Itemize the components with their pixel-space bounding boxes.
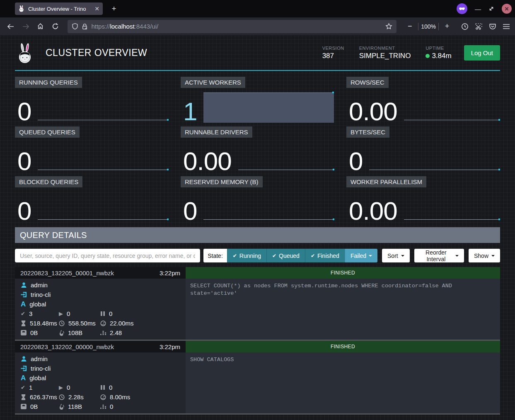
sparkline-chart xyxy=(38,120,168,120)
stat-tile-worker-parallelism: WORKER PARALLELISM 0.00 xyxy=(346,176,500,223)
window-close-button[interactable]: ✕ xyxy=(502,4,512,14)
queued-splits-pause-icon xyxy=(100,385,105,390)
peak-memory: 118B xyxy=(68,403,82,410)
query-row: 20220823_132205_00001_nwbzk 3:22pm FINIS… xyxy=(15,267,500,341)
url-text[interactable]: https://localhost:8443/ui/ xyxy=(91,23,382,30)
query-resource-group: global xyxy=(29,374,46,381)
sparkline-chart xyxy=(38,219,168,220)
wall-time: 518.48ms xyxy=(30,320,57,327)
completed-splits: 1 xyxy=(29,384,32,391)
stat-tile-queued-queries: QUEUED QUERIES 0 xyxy=(15,126,169,173)
running-splits: 0 xyxy=(67,384,70,391)
window-restore-button[interactable] xyxy=(488,6,494,12)
user-icon xyxy=(21,356,27,362)
version-value: 387 xyxy=(322,52,344,60)
query-search-input[interactable] xyxy=(15,249,200,262)
uptime-label: UPTIME xyxy=(426,46,451,51)
query-status-badge: FINISHED xyxy=(186,341,500,352)
zoom-in-button[interactable]: + xyxy=(441,21,453,32)
sparkline-area-chart xyxy=(203,92,334,123)
state-filter-finished-button[interactable]: ✔Finished xyxy=(305,249,345,262)
execution-time: 22.00ms xyxy=(110,320,134,327)
query-status-badge: FINISHED xyxy=(186,267,500,279)
sparkline-chart xyxy=(203,219,334,220)
resource-group-icon: A xyxy=(21,301,26,307)
logout-button[interactable]: Log Out xyxy=(464,45,500,61)
query-time: 3:22pm xyxy=(160,269,180,277)
stat-tile-runnable-drivers: RUNNABLE DRIVERS 0.00 xyxy=(181,126,334,173)
browser-tab[interactable]: Cluster Overview - Trino ✕ xyxy=(15,2,103,15)
tab-close-icon[interactable]: ✕ xyxy=(94,6,99,12)
uptime-value: 3.84m xyxy=(432,52,451,60)
execution-time: 8.00ms xyxy=(110,393,130,401)
stat-tile-reserved-memory: RESERVED MEMORY (B) 0 xyxy=(181,176,334,223)
sort-dropdown[interactable]: Sort xyxy=(382,249,410,262)
sparkline-chart xyxy=(238,170,334,170)
tab-title: Cluster Overview - Trino xyxy=(28,6,91,12)
check-icon: ✔ xyxy=(311,253,315,259)
bookmark-star-icon[interactable] xyxy=(385,23,392,30)
stat-tile-active-workers: ACTIVE WORKERS 1 xyxy=(181,77,334,123)
show-dropdown[interactable]: Show xyxy=(469,249,500,262)
zoom-level[interactable]: 100% xyxy=(421,23,436,30)
trino-logo xyxy=(15,42,35,64)
query-id-link[interactable]: 20220823_132205_00001_nwbzk xyxy=(20,269,114,277)
chevron-down-icon xyxy=(401,255,404,257)
trino-favicon-icon xyxy=(18,5,25,12)
cumulative-memory: 2.48 xyxy=(110,329,122,336)
state-filter-running-button[interactable]: ✔Running xyxy=(227,249,266,262)
cluster-stats-grid: RUNNING QUERIES 0 ACTIVE WORKERS 1 ROWS/… xyxy=(15,77,500,223)
cpu-time: 2.28s xyxy=(68,393,84,401)
running-splits-play-icon: ▶ xyxy=(59,311,63,317)
query-id-link[interactable]: 20220823_132202_00000_nwbzk xyxy=(20,343,114,350)
state-filter-failed-dropdown[interactable]: Failed xyxy=(345,249,377,262)
execution-time-gauge-icon xyxy=(100,320,106,326)
user-icon xyxy=(21,282,27,288)
version-label: VERSION xyxy=(322,46,344,51)
cluster-overview-page: CLUSTER OVERVIEW VERSION 387 ENVIRONMENT… xyxy=(0,36,515,420)
uptime-status-dot xyxy=(426,54,430,58)
peak-memory-fire-icon xyxy=(59,330,64,336)
source-login-icon xyxy=(21,291,27,298)
history-clock-icon[interactable] xyxy=(461,23,469,30)
reload-button[interactable] xyxy=(50,21,61,32)
back-button[interactable] xyxy=(5,21,17,32)
stat-tile-blocked-queries: BLOCKED QUERIES 0 xyxy=(15,176,169,223)
new-tab-button[interactable]: + xyxy=(109,3,119,14)
source-login-icon xyxy=(21,365,27,371)
environment-label: ENVIRONMENT xyxy=(359,46,411,51)
sparkline-chart xyxy=(369,170,500,170)
current-memory: 0B xyxy=(30,403,38,410)
cumulative-memory-bars-icon xyxy=(100,404,106,409)
state-filter-queued-button[interactable]: ✔Queued xyxy=(266,249,305,262)
page-header: CLUSTER OVERVIEW VERSION 387 ENVIRONMENT… xyxy=(15,36,500,71)
query-source: trino-cli xyxy=(31,365,51,372)
stat-tile-bytes-sec: BYTES/SEC 0 xyxy=(346,126,500,173)
query-row: 20220823_132202_00000_nwbzk 3:22pm FINIS… xyxy=(15,341,500,415)
completed-splits-check-icon: ✔ xyxy=(21,311,25,317)
sparkline-chart xyxy=(404,120,500,120)
chevron-down-icon xyxy=(491,255,495,257)
divider xyxy=(418,23,418,30)
query-user: admin xyxy=(31,282,48,289)
sparkline-chart xyxy=(404,219,500,220)
zoom-out-button[interactable]: − xyxy=(404,21,416,32)
forward-button[interactable] xyxy=(20,21,31,32)
lock-warning-icon[interactable] xyxy=(82,23,88,30)
current-memory-scale-icon xyxy=(21,404,27,409)
menu-hamburger-icon[interactable] xyxy=(503,23,510,30)
wall-time-hourglass-icon xyxy=(21,394,26,400)
tracking-shield-icon[interactable] xyxy=(72,23,78,30)
url-bar[interactable]: https://localhost:8443/ui/ xyxy=(68,20,397,33)
pocket-icon[interactable] xyxy=(489,23,496,30)
home-button[interactable] xyxy=(35,21,46,32)
query-filter-toolbar: State: ✔Running ✔Queued ✔Finished Failed xyxy=(15,249,500,262)
screenshot-scissors-icon[interactable] xyxy=(475,23,483,30)
cumulative-memory: 0 xyxy=(110,403,113,410)
queued-splits: 0 xyxy=(109,310,112,317)
queued-splits-pause-icon xyxy=(100,311,105,316)
peak-memory: 108B xyxy=(68,329,82,336)
reorder-interval-dropdown[interactable]: Reorder Interval xyxy=(414,249,464,262)
window-minimize-button[interactable]: — xyxy=(475,5,481,12)
query-details-header: QUERY DETAILS xyxy=(15,227,500,243)
